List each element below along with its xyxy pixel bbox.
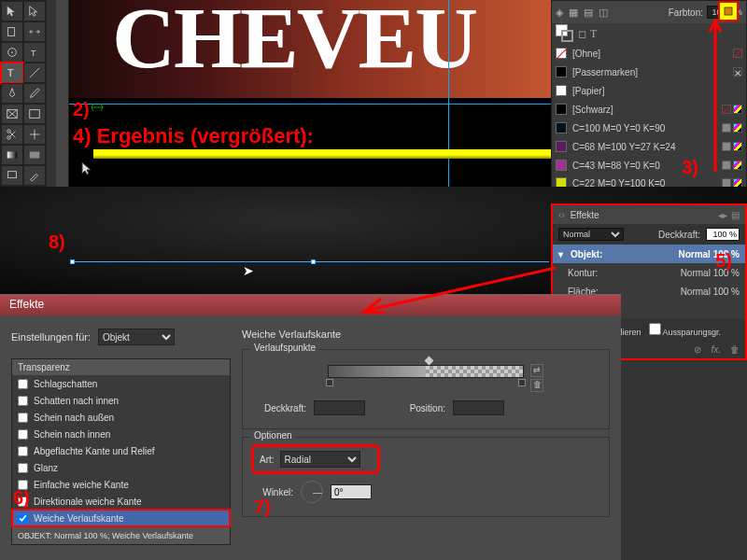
svg-rect-12 bbox=[7, 152, 18, 159]
group-title: Optionen bbox=[250, 430, 296, 441]
cursor-icon: ➤ bbox=[243, 263, 254, 278]
canvas[interactable]: CHEVEU bbox=[56, 0, 551, 187]
effect-item-gradient-feather[interactable]: Weiche Verlaufskante bbox=[12, 510, 230, 526]
effect-item[interactable]: Schein nach innen bbox=[12, 426, 230, 442]
clear-fx-icon[interactable]: ⊘ bbox=[694, 344, 701, 355]
panel-icon[interactable]: ◫ bbox=[599, 7, 608, 19]
effect-item[interactable]: Schlagschatten bbox=[12, 375, 230, 392]
fill-stroke-toggle[interactable] bbox=[556, 24, 574, 43]
selected-object[interactable] bbox=[73, 261, 549, 262]
panel-icon[interactable]: ▤ bbox=[584, 7, 593, 19]
pencil-tool[interactable] bbox=[23, 83, 46, 104]
angle-label: Winkel: bbox=[254, 487, 293, 497]
panel-icon[interactable]: ▦ bbox=[569, 7, 578, 19]
guide-vertical[interactable] bbox=[448, 0, 449, 187]
trash-icon[interactable]: 🗑 bbox=[730, 344, 740, 355]
position-label: Position: bbox=[393, 403, 445, 413]
effect-item[interactable]: Abgeflachte Kante und Relief bbox=[12, 442, 230, 459]
gradient-stop[interactable] bbox=[518, 379, 526, 386]
chevron-icon[interactable]: ‹› bbox=[558, 210, 565, 220]
gradient-feather-tool[interactable] bbox=[23, 145, 46, 165]
arrow-red-3 bbox=[704, 15, 726, 172]
blend-mode-select[interactable]: Normal bbox=[558, 228, 624, 241]
opacity-label: Deckkraft: bbox=[658, 230, 700, 240]
selection-handle[interactable] bbox=[311, 259, 316, 264]
gap-tool[interactable] bbox=[23, 21, 46, 42]
arrow-red-5 bbox=[355, 263, 560, 319]
effect-item[interactable]: Schein nach außen bbox=[12, 409, 230, 426]
blend-row: Normal Deckkraft: bbox=[553, 224, 745, 245]
group-title: Verlaufspunkte bbox=[250, 343, 319, 353]
effect-item[interactable]: Einfache weiche Kante bbox=[12, 476, 230, 493]
panel-collapse-icon[interactable]: ◂▸ bbox=[718, 210, 727, 220]
effects-panel-header: ‹› Effekte ◂▸▤ bbox=[553, 205, 745, 224]
type-tool[interactable]: T bbox=[1, 63, 23, 83]
angle-wheel[interactable] bbox=[301, 481, 323, 503]
svg-text:T: T bbox=[7, 67, 14, 78]
gradient-ramp[interactable]: ⇄ 🗑 bbox=[328, 365, 524, 378]
transform-tool[interactable] bbox=[23, 124, 46, 145]
swatch-label: C=100 M=0 Y=0 K=90 bbox=[572, 123, 665, 133]
selection-handle[interactable] bbox=[70, 259, 75, 264]
selection-tool[interactable] bbox=[1, 1, 23, 21]
fx-button[interactable]: fx. bbox=[711, 344, 721, 355]
dialog-left-column: Einstellungen für: Objekt Transparenz Sc… bbox=[11, 329, 231, 545]
swatch-mode-icon bbox=[733, 123, 742, 133]
knockout-check[interactable]: Aussparungsgr. bbox=[649, 323, 722, 337]
settings-for-select[interactable]: Objekt bbox=[98, 329, 175, 345]
settings-for-label: Einstellungen für: bbox=[11, 331, 91, 343]
annotation-4: 4) Ergebnis (vergrößert): bbox=[73, 124, 314, 148]
opacity-label: Deckkraft: bbox=[254, 403, 306, 413]
headline-text: CHEVEU bbox=[112, 0, 476, 88]
swatch-mode-icon bbox=[733, 142, 742, 151]
gradient-swatch-tool[interactable] bbox=[1, 145, 23, 165]
options-group: Optionen Art: Radial Winkel: bbox=[242, 437, 610, 517]
container-icon[interactable]: ◻ bbox=[578, 28, 586, 40]
stop-opacity-input[interactable] bbox=[314, 400, 365, 415]
text-target-icon[interactable]: T bbox=[590, 27, 597, 41]
type-on-path-tool[interactable]: T bbox=[23, 42, 46, 63]
type-label: Art: bbox=[260, 455, 275, 465]
effect-item[interactable]: Direktionale weiche Kante bbox=[12, 493, 230, 510]
effect-category-list: Transparenz Schlagschatten Schatten nach… bbox=[11, 358, 231, 545]
swatch-label: C=43 M=88 Y=0 K=0 bbox=[572, 161, 660, 171]
line-tool[interactable] bbox=[23, 63, 46, 83]
page-tool[interactable] bbox=[1, 21, 23, 42]
panel-menu-icon[interactable]: ▤ bbox=[731, 210, 740, 220]
gradient-midpoint[interactable] bbox=[425, 357, 434, 366]
effect-status: OBJEKT: Normal 100 %; Weiche Verlaufskan… bbox=[12, 526, 230, 544]
scissors-tool[interactable] bbox=[1, 124, 23, 145]
swatch-label: [Schwarz] bbox=[572, 105, 613, 115]
stop-position-input[interactable] bbox=[453, 400, 504, 415]
rect-tool[interactable] bbox=[23, 104, 46, 124]
note-tool[interactable] bbox=[1, 165, 23, 186]
type-row: Art: Radial bbox=[254, 447, 377, 471]
effects-panel-title: Effekte bbox=[571, 210, 599, 220]
eyedropper-tool[interactable] bbox=[23, 165, 46, 186]
swatch-label: C=68 M=100 Y=27 K=24 bbox=[572, 142, 675, 152]
annotation-7: 7) bbox=[254, 497, 271, 518]
effect-item[interactable]: Glanz bbox=[12, 459, 230, 476]
rect-frame-tool[interactable] bbox=[1, 104, 23, 124]
annotation-3: 3) bbox=[682, 157, 698, 178]
gradient-stop[interactable] bbox=[326, 379, 333, 386]
guide-horizontal[interactable] bbox=[56, 104, 551, 105]
annotation-2: 2) bbox=[73, 99, 90, 120]
reverse-gradient-icon[interactable]: ⇄ bbox=[530, 364, 543, 377]
opacity-input[interactable] bbox=[706, 228, 740, 241]
ruler-vertical bbox=[56, 0, 69, 187]
panel-icon[interactable]: ◈ bbox=[556, 7, 563, 19]
svg-point-2 bbox=[11, 51, 13, 53]
type-select[interactable]: Radial bbox=[280, 451, 360, 468]
effect-item[interactable]: Schatten nach innen bbox=[12, 392, 230, 409]
gradient-stops-group: Verlaufspunkte ⇄ 🗑 Deckkraft: Position: bbox=[242, 349, 610, 429]
category-header[interactable]: Transparenz bbox=[12, 359, 230, 375]
dialog-right-column: Weiche Verlaufskante Verlaufspunkte ⇄ 🗑 … bbox=[242, 329, 610, 545]
angle-input[interactable] bbox=[331, 484, 372, 499]
content-tool[interactable] bbox=[1, 42, 23, 63]
pen-tool[interactable] bbox=[1, 83, 23, 104]
svg-rect-13 bbox=[30, 152, 40, 159]
delete-stop-icon[interactable]: 🗑 bbox=[530, 379, 543, 392]
svg-rect-15 bbox=[725, 7, 732, 15]
direct-select-tool[interactable] bbox=[23, 1, 46, 21]
